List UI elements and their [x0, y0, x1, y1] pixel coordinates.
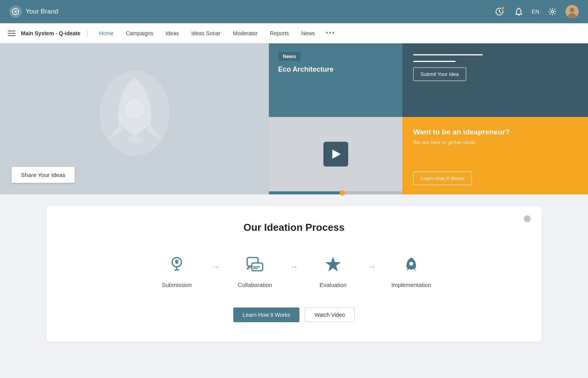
ideapreneur-content: Want to be an ideapreneur? We are here t…	[413, 128, 577, 145]
news-badge: News	[278, 52, 301, 61]
brand-icon	[9, 5, 22, 18]
submit-line-short	[413, 61, 456, 62]
video-player[interactable]	[269, 117, 402, 191]
process-steps: Submission → Collaboration →	[70, 253, 518, 288]
implementation-icon	[400, 253, 423, 276]
learn-how-works-button[interactable]: Learn How It Works	[413, 172, 472, 185]
nav-reports[interactable]: Reports	[264, 23, 295, 43]
nav-news[interactable]: News	[295, 23, 321, 43]
nav-home[interactable]: Home	[93, 23, 120, 43]
notification-btn[interactable]	[513, 5, 525, 18]
step-collaboration: Collaboration	[224, 253, 286, 288]
step-implementation-label: Implementation	[391, 282, 431, 288]
evaluation-icon	[321, 253, 345, 276]
nav-links: Home Campaigns Ideas Ideas Sonar Moderat…	[93, 23, 340, 43]
lang-btn[interactable]: EN	[532, 9, 539, 15]
ideapreneur-title: Want to be an ideapreneur?	[413, 128, 577, 136]
video-progress-dot	[340, 190, 345, 196]
avatar-image	[566, 5, 579, 18]
nav-ideas-sonar[interactable]: Ideas Sonar	[185, 23, 227, 43]
nav-more[interactable]: •••	[321, 29, 340, 37]
arrow-3: →	[368, 262, 376, 272]
step-collaboration-label: Collaboration	[238, 282, 272, 288]
svg-marker-14	[325, 257, 341, 271]
news-title: Eco Architecture	[278, 65, 393, 74]
process-card: Our Ideation Process Submission →	[46, 206, 542, 342]
system-label: Main System - Q-ideate	[21, 30, 87, 36]
status-icon-btn[interactable]	[493, 5, 506, 18]
play-icon	[332, 149, 341, 159]
nav-ideas[interactable]: Ideas	[159, 23, 185, 43]
submit-line-long	[413, 54, 483, 55]
navbar: Main System - Q-ideate Home Campaigns Id…	[0, 23, 588, 43]
news-card: News Eco Architecture	[269, 43, 402, 117]
submission-icon	[165, 253, 188, 276]
hero-banner: Share Your Ideas	[0, 43, 269, 194]
menu-button[interactable]	[8, 31, 15, 36]
user-avatar[interactable]	[566, 5, 579, 18]
watch-video-button[interactable]: Watch Video	[305, 308, 355, 322]
video-progress-fill	[269, 191, 342, 194]
video-card	[269, 117, 402, 194]
brand: Your Brand	[9, 5, 58, 18]
hero-middle: News Eco Architecture	[269, 43, 402, 194]
submit-panel: Submit Your Idea	[402, 43, 588, 117]
collaboration-icon	[243, 253, 267, 276]
arrow-1: →	[212, 262, 220, 272]
topbar-actions: EN	[493, 5, 579, 18]
step-submission: Submission	[146, 253, 208, 288]
process-section: Our Ideation Process Submission →	[0, 194, 588, 357]
play-button[interactable]	[323, 142, 348, 167]
svg-point-3	[551, 10, 554, 13]
svg-point-8	[126, 101, 143, 118]
hero-right: Submit Your Idea Want to be an ideaprene…	[402, 43, 588, 194]
svg-point-1	[14, 10, 17, 13]
status-dot	[501, 6, 505, 10]
share-ideas-button[interactable]: Share Your Ideas	[12, 167, 75, 183]
learn-how-it-works-button[interactable]: Learn How It Works	[233, 308, 299, 322]
step-submission-label: Submission	[162, 282, 192, 288]
svg-point-5	[570, 8, 574, 12]
ideapreneur-panel: Want to be an ideapreneur? We are here t…	[402, 117, 588, 194]
step-evaluation: Evaluation	[302, 253, 364, 288]
process-title: Our Ideation Process	[70, 222, 518, 234]
ideapreneur-subtitle: We are here to gether ideas.	[413, 139, 577, 145]
step-evaluation-label: Evaluation	[320, 282, 347, 288]
svg-point-11	[175, 261, 178, 264]
topbar: Your Brand EN	[0, 0, 588, 23]
video-progress-bar[interactable]	[269, 191, 402, 194]
svg-point-9	[128, 136, 142, 143]
arrow-2: →	[290, 262, 298, 272]
hero-section: Share Your Ideas News Eco Architecture S…	[0, 43, 588, 194]
step-implementation: Implementation	[380, 253, 442, 288]
nav-moderator[interactable]: Moderator	[227, 23, 264, 43]
process-actions: Learn How It Works Watch Video	[70, 308, 518, 322]
submit-idea-button[interactable]: Submit Your Idea	[413, 67, 466, 81]
brand-name: Your Brand	[26, 8, 58, 15]
settings-btn[interactable]	[546, 5, 559, 18]
nav-campaigns[interactable]: Campaigns	[120, 23, 159, 43]
svg-point-15	[409, 262, 413, 266]
process-dot	[524, 215, 531, 222]
rocket-illustration	[69, 55, 200, 171]
